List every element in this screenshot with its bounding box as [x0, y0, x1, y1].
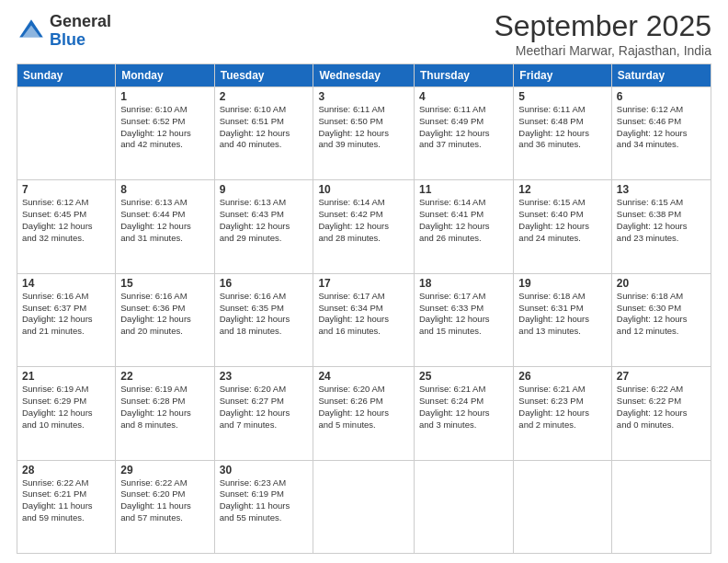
day-number: 22: [120, 370, 209, 383]
day-info: Sunrise: 6:14 AM Sunset: 6:42 PM Dayligh…: [318, 197, 409, 244]
day-number: 11: [419, 183, 508, 196]
day-number: 12: [518, 183, 607, 196]
logo-general: General: [50, 13, 111, 31]
header: General Blue September 2025 Meethari Mar…: [17, 9, 711, 58]
day-number: 16: [220, 277, 309, 290]
calendar-cell: 7Sunrise: 6:12 AM Sunset: 6:45 PM Daylig…: [17, 180, 116, 273]
calendar-cell: 20Sunrise: 6:18 AM Sunset: 6:30 PM Dayli…: [611, 273, 711, 366]
day-info: Sunrise: 6:22 AM Sunset: 6:22 PM Dayligh…: [617, 384, 706, 431]
month-title: September 2025: [494, 9, 711, 43]
day-info: Sunrise: 6:16 AM Sunset: 6:37 PM Dayligh…: [22, 291, 110, 338]
day-info: Sunrise: 6:13 AM Sunset: 6:44 PM Dayligh…: [120, 197, 209, 244]
calendar-cell: 2Sunrise: 6:10 AM Sunset: 6:51 PM Daylig…: [214, 87, 313, 180]
calendar-cell: 23Sunrise: 6:20 AM Sunset: 6:27 PM Dayli…: [214, 367, 313, 460]
day-info: Sunrise: 6:19 AM Sunset: 6:29 PM Dayligh…: [22, 384, 110, 431]
day-number: 10: [318, 183, 409, 196]
day-info: Sunrise: 6:17 AM Sunset: 6:33 PM Dayligh…: [419, 291, 508, 338]
calendar-cell: [514, 460, 612, 553]
day-number: 7: [22, 183, 110, 196]
calendar-cell: 24Sunrise: 6:20 AM Sunset: 6:26 PM Dayli…: [313, 367, 415, 460]
day-number: 6: [617, 90, 706, 103]
calendar-header-cell: Friday: [514, 64, 612, 87]
day-info: Sunrise: 6:23 AM Sunset: 6:19 PM Dayligh…: [220, 477, 309, 524]
calendar-cell: [415, 460, 514, 553]
day-info: Sunrise: 6:13 AM Sunset: 6:43 PM Dayligh…: [220, 197, 309, 244]
calendar-cell: 5Sunrise: 6:11 AM Sunset: 6:48 PM Daylig…: [514, 87, 612, 180]
day-info: Sunrise: 6:18 AM Sunset: 6:30 PM Dayligh…: [617, 291, 706, 338]
calendar-cell: 13Sunrise: 6:15 AM Sunset: 6:38 PM Dayli…: [611, 180, 711, 273]
calendar-cell: 16Sunrise: 6:16 AM Sunset: 6:35 PM Dayli…: [214, 273, 313, 366]
calendar-week-row: 7Sunrise: 6:12 AM Sunset: 6:45 PM Daylig…: [17, 180, 711, 273]
calendar-header-cell: Thursday: [415, 64, 514, 87]
logo-blue: Blue: [50, 31, 111, 50]
calendar-cell: 12Sunrise: 6:15 AM Sunset: 6:40 PM Dayli…: [514, 180, 612, 273]
calendar-cell: 21Sunrise: 6:19 AM Sunset: 6:29 PM Dayli…: [17, 367, 116, 460]
day-number: 13: [617, 183, 706, 196]
calendar-cell: [17, 87, 116, 180]
calendar-cell: 11Sunrise: 6:14 AM Sunset: 6:41 PM Dayli…: [415, 180, 514, 273]
day-info: Sunrise: 6:22 AM Sunset: 6:21 PM Dayligh…: [22, 477, 110, 524]
day-info: Sunrise: 6:20 AM Sunset: 6:26 PM Dayligh…: [318, 384, 409, 431]
day-number: 19: [518, 277, 607, 290]
day-number: 9: [220, 183, 309, 196]
calendar-week-row: 21Sunrise: 6:19 AM Sunset: 6:29 PM Dayli…: [17, 367, 711, 460]
day-number: 14: [22, 277, 110, 290]
day-info: Sunrise: 6:12 AM Sunset: 6:45 PM Dayligh…: [22, 197, 110, 244]
day-number: 21: [22, 370, 110, 383]
day-number: 25: [419, 370, 508, 383]
logo: General Blue: [17, 13, 111, 50]
calendar-header-cell: Monday: [116, 64, 214, 87]
day-number: 4: [419, 90, 508, 103]
calendar-week-row: 14Sunrise: 6:16 AM Sunset: 6:37 PM Dayli…: [17, 273, 711, 366]
day-number: 5: [518, 90, 607, 103]
day-number: 3: [318, 90, 409, 103]
day-info: Sunrise: 6:10 AM Sunset: 6:51 PM Dayligh…: [220, 104, 309, 151]
calendar-cell: 25Sunrise: 6:21 AM Sunset: 6:24 PM Dayli…: [415, 367, 514, 460]
day-number: 24: [318, 370, 409, 383]
calendar-cell: [313, 460, 415, 553]
calendar-cell: 8Sunrise: 6:13 AM Sunset: 6:44 PM Daylig…: [116, 180, 214, 273]
calendar-cell: 30Sunrise: 6:23 AM Sunset: 6:19 PM Dayli…: [214, 460, 313, 553]
day-number: 8: [120, 183, 209, 196]
day-number: 18: [419, 277, 508, 290]
subtitle: Meethari Marwar, Rajasthan, India: [494, 43, 711, 58]
calendar-cell: 26Sunrise: 6:21 AM Sunset: 6:23 PM Dayli…: [514, 367, 612, 460]
day-info: Sunrise: 6:10 AM Sunset: 6:52 PM Dayligh…: [120, 104, 209, 151]
day-info: Sunrise: 6:11 AM Sunset: 6:48 PM Dayligh…: [518, 104, 607, 151]
calendar-header-row: SundayMondayTuesdayWednesdayThursdayFrid…: [17, 64, 711, 87]
day-info: Sunrise: 6:15 AM Sunset: 6:38 PM Dayligh…: [617, 197, 706, 244]
day-number: 26: [518, 370, 607, 383]
calendar-header-cell: Saturday: [611, 64, 711, 87]
day-number: 28: [22, 464, 110, 477]
calendar-table: SundayMondayTuesdayWednesdayThursdayFrid…: [17, 63, 711, 554]
day-number: 29: [120, 464, 209, 477]
day-number: 2: [220, 90, 309, 103]
calendar-cell: 17Sunrise: 6:17 AM Sunset: 6:34 PM Dayli…: [313, 273, 415, 366]
day-info: Sunrise: 6:15 AM Sunset: 6:40 PM Dayligh…: [518, 197, 607, 244]
day-info: Sunrise: 6:18 AM Sunset: 6:31 PM Dayligh…: [518, 291, 607, 338]
day-info: Sunrise: 6:16 AM Sunset: 6:35 PM Dayligh…: [220, 291, 309, 338]
day-number: 30: [220, 464, 309, 477]
calendar-cell: 6Sunrise: 6:12 AM Sunset: 6:46 PM Daylig…: [611, 87, 711, 180]
day-number: 17: [318, 277, 409, 290]
calendar-cell: 22Sunrise: 6:19 AM Sunset: 6:28 PM Dayli…: [116, 367, 214, 460]
day-info: Sunrise: 6:12 AM Sunset: 6:46 PM Dayligh…: [617, 104, 706, 151]
calendar-cell: 14Sunrise: 6:16 AM Sunset: 6:37 PM Dayli…: [17, 273, 116, 366]
day-info: Sunrise: 6:11 AM Sunset: 6:50 PM Dayligh…: [318, 104, 409, 151]
calendar-header-cell: Wednesday: [313, 64, 415, 87]
day-number: 15: [120, 277, 209, 290]
calendar-cell: 28Sunrise: 6:22 AM Sunset: 6:21 PM Dayli…: [17, 460, 116, 553]
calendar-cell: 3Sunrise: 6:11 AM Sunset: 6:50 PM Daylig…: [313, 87, 415, 180]
day-info: Sunrise: 6:14 AM Sunset: 6:41 PM Dayligh…: [419, 197, 508, 244]
day-info: Sunrise: 6:20 AM Sunset: 6:27 PM Dayligh…: [220, 384, 309, 431]
calendar-cell: 29Sunrise: 6:22 AM Sunset: 6:20 PM Dayli…: [116, 460, 214, 553]
day-number: 20: [617, 277, 706, 290]
day-info: Sunrise: 6:19 AM Sunset: 6:28 PM Dayligh…: [120, 384, 209, 431]
day-info: Sunrise: 6:21 AM Sunset: 6:24 PM Dayligh…: [419, 384, 508, 431]
calendar-cell: 4Sunrise: 6:11 AM Sunset: 6:49 PM Daylig…: [415, 87, 514, 180]
calendar-week-row: 1Sunrise: 6:10 AM Sunset: 6:52 PM Daylig…: [17, 87, 711, 180]
calendar-cell: 19Sunrise: 6:18 AM Sunset: 6:31 PM Dayli…: [514, 273, 612, 366]
day-info: Sunrise: 6:22 AM Sunset: 6:20 PM Dayligh…: [120, 477, 209, 524]
day-number: 1: [120, 90, 209, 103]
calendar-cell: 10Sunrise: 6:14 AM Sunset: 6:42 PM Dayli…: [313, 180, 415, 273]
